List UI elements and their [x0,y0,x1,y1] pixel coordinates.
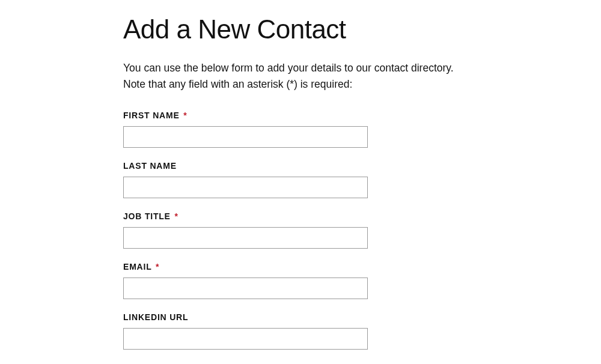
job-title-input[interactable] [123,227,368,249]
linkedin-url-label: LINKEDIN URL [123,312,475,322]
email-label: EMAIL * [123,262,475,271]
email-input[interactable] [123,278,368,299]
intro-text: You can use the below form to add your d… [123,60,472,93]
field-group-email: EMAIL * [123,262,475,299]
last-name-input[interactable] [123,177,368,198]
field-group-linkedin-url: LINKEDIN URL [123,312,475,350]
first-name-label-text: FIRST NAME [123,111,180,120]
first-name-input[interactable] [123,126,368,148]
field-group-first-name: FIRST NAME * [123,111,475,148]
add-contact-form: FIRST NAME * LAST NAME JOB TITLE * EMAIL… [123,111,475,350]
required-asterisk-icon: * [183,111,187,120]
page-title: Add a New Contact [123,14,475,44]
required-asterisk-icon: * [156,262,159,271]
required-asterisk-icon: * [174,211,178,221]
linkedin-url-label-text: LINKEDIN URL [123,312,188,322]
job-title-label: JOB TITLE * [123,211,475,221]
linkedin-url-input[interactable] [123,328,368,350]
last-name-label: LAST NAME [123,161,475,171]
field-group-last-name: LAST NAME [123,161,475,198]
first-name-label: FIRST NAME * [123,111,475,120]
field-group-job-title: JOB TITLE * [123,211,475,249]
job-title-label-text: JOB TITLE [123,211,171,221]
email-label-text: EMAIL [123,262,151,271]
last-name-label-text: LAST NAME [123,161,177,171]
